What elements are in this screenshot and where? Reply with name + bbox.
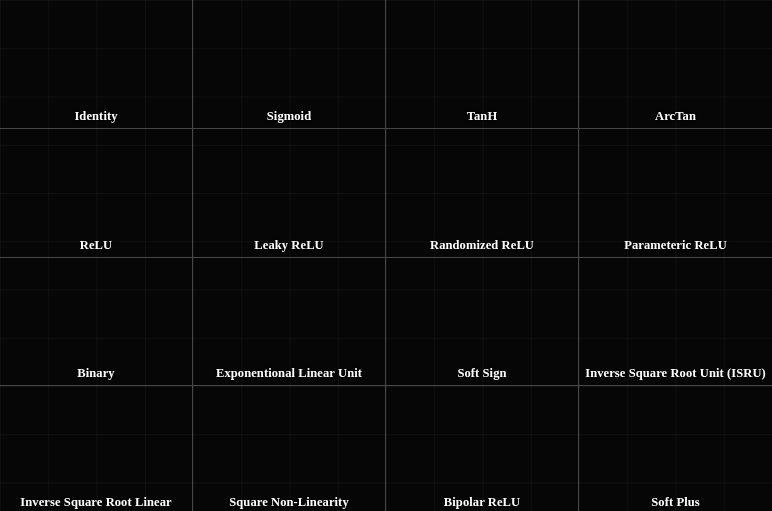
cell-soft-plus: Soft Plus	[579, 386, 772, 511]
label-bipolar-relu: Bipolar ReLU	[386, 495, 578, 510]
cell-parametric-relu: Parameteric ReLU	[579, 129, 772, 258]
cell-isrlu: Inverse Square Root Linear	[0, 386, 193, 511]
label-relu: ReLU	[0, 238, 192, 253]
label-tanh: TanH	[386, 109, 578, 124]
cell-sqnl: Square Non-Linearity	[193, 386, 386, 511]
label-isru: Inverse Square Root Unit (ISRU)	[579, 366, 772, 381]
label-parametric-relu: Parameteric ReLU	[579, 238, 772, 253]
cell-tanh: TanH	[386, 0, 579, 129]
cell-relu: ReLU	[0, 129, 193, 258]
cell-randomized-relu: Randomized ReLU	[386, 129, 579, 258]
label-binary: Binary	[0, 366, 192, 381]
cell-soft-sign: Soft Sign	[386, 258, 579, 387]
activation-functions-gallery: Identity Sigmoid TanH ArcTan ReLU Leaky …	[0, 0, 772, 511]
label-randomized-relu: Randomized ReLU	[386, 238, 578, 253]
cell-sigmoid: Sigmoid	[193, 0, 386, 129]
label-arctan: ArcTan	[579, 109, 772, 124]
cell-binary: Binary	[0, 258, 193, 387]
cell-identity: Identity	[0, 0, 193, 129]
cell-grid: Identity Sigmoid TanH ArcTan ReLU Leaky …	[0, 0, 772, 511]
cell-bipolar-relu: Bipolar ReLU	[386, 386, 579, 511]
cell-arctan: ArcTan	[579, 0, 772, 129]
label-sigmoid: Sigmoid	[193, 109, 385, 124]
label-elu: Exponentional Linear Unit	[193, 366, 385, 381]
label-soft-sign: Soft Sign	[386, 366, 578, 381]
label-sqnl: Square Non-Linearity	[193, 495, 385, 510]
cell-isru: Inverse Square Root Unit (ISRU)	[579, 258, 772, 387]
label-isrlu: Inverse Square Root Linear	[0, 495, 192, 510]
cell-leaky-relu: Leaky ReLU	[193, 129, 386, 258]
cell-elu: Exponentional Linear Unit	[193, 258, 386, 387]
label-soft-plus: Soft Plus	[579, 495, 772, 510]
label-leaky-relu: Leaky ReLU	[193, 238, 385, 253]
label-identity: Identity	[0, 109, 192, 124]
